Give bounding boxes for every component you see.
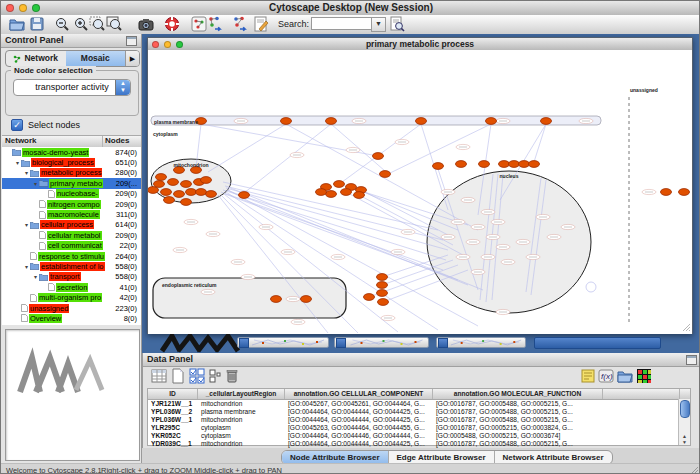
gene-node: [168, 179, 179, 186]
delete-attribute-icon[interactable]: [224, 368, 241, 385]
node-color-selection-group: Node color selection transporter activit…: [5, 70, 139, 116]
close-button[interactable]: [6, 4, 14, 12]
minimized-window[interactable]: [436, 337, 526, 348]
scrollbar-arrows[interactable]: ▲▼: [679, 433, 690, 445]
annotation-icon[interactable]: [253, 16, 270, 33]
status-pan-hint: Middle-click + drag to PAN: [194, 466, 282, 474]
select-nodes-label: Select nodes: [28, 120, 80, 130]
attribute-matrix-icon[interactable]: [636, 368, 653, 385]
table-row[interactable]: YLR295Ccytoplasm[GO:0045263, GO:0044464,…: [148, 424, 690, 432]
control-panel-title: Control Panel: [1, 34, 141, 47]
search-go-icon[interactable]: [389, 16, 406, 33]
table-row[interactable]: YPL036W__1mitochondrion[GO:0044464, GO:0…: [148, 416, 690, 424]
network-overview-icon[interactable]: [191, 16, 208, 33]
network-canvas[interactable]: plasma membranecytoplasmmitochondrionnuc…: [148, 50, 692, 334]
table-row[interactable]: YPL036W__2plasma membrane[GO:0044464, GO…: [148, 408, 690, 416]
tree-row[interactable]: ▾establishment of lo558(0): [2, 261, 141, 271]
tree-row[interactable]: macromolecule311(0): [2, 209, 141, 219]
tree-row[interactable]: ▾primary metabo209(...: [2, 178, 141, 188]
function-builder-icon[interactable]: f(x): [598, 368, 615, 385]
gene-node: [364, 294, 375, 301]
tab-network[interactable]: Network: [6, 51, 66, 66]
network-view-window[interactable]: primary metabolic process plasma membran…: [147, 37, 693, 334]
search-dropdown-arrow[interactable]: ▼: [371, 17, 386, 32]
help-icon[interactable]: [164, 16, 181, 33]
inner-zoom-button[interactable]: [176, 41, 183, 48]
node-color-dropdown[interactable]: transporter activity ▲▼: [13, 79, 131, 96]
network-tree-rows: mosaic-demo-yeast874(0)▾biological_proce…: [2, 147, 141, 325]
tree-row[interactable]: response to stimulu264(0): [2, 251, 141, 261]
tree-row[interactable]: secretion41(0): [2, 282, 141, 292]
gene-node: [509, 161, 520, 168]
gene-node: [479, 161, 490, 168]
region-label-plasma_membrane: plasma membrane: [154, 119, 198, 125]
scrollbar-thumb[interactable]: [680, 400, 690, 418]
zoom-in-icon[interactable]: [73, 16, 90, 33]
tree-row[interactable]: ▾transport558(0): [2, 272, 141, 282]
inner-minimize-button[interactable]: [164, 41, 171, 48]
gene-node: [486, 118, 497, 125]
gene-node: [301, 296, 312, 303]
gene-node: [529, 161, 540, 168]
tree-row[interactable]: cellular metabol209(0): [2, 230, 141, 240]
tree-row[interactable]: cell communicat22(0): [2, 241, 141, 251]
select-nodes-checkbox[interactable]: ✓: [11, 119, 23, 131]
edge: [226, 188, 448, 250]
inner-close-button[interactable]: [152, 41, 159, 48]
search-input[interactable]: [311, 17, 372, 30]
gene-node: [326, 118, 337, 125]
zoom-fit-icon[interactable]: [106, 16, 123, 33]
region-label-mitochondrion: mitochondrion: [174, 162, 209, 168]
window-icon: [239, 338, 249, 348]
tree-row[interactable]: nucleobase-209(0): [2, 189, 141, 199]
snapshot-icon[interactable]: [138, 16, 155, 33]
tree-row[interactable]: Overview8(0): [2, 313, 141, 323]
tree-row[interactable]: unassigned223(0): [2, 303, 141, 313]
tree-row[interactable]: nitrogen compo209(0): [2, 199, 141, 209]
open-icon[interactable]: [9, 16, 26, 33]
gene-node: [354, 192, 365, 199]
birds-eye-view[interactable]: [5, 329, 140, 461]
main-toolbar: Search: ▼: [1, 15, 700, 35]
save-icon[interactable]: [29, 16, 46, 33]
gene-node: [164, 197, 175, 204]
minimized-window[interactable]: [334, 337, 429, 348]
import-attributes-icon[interactable]: [617, 368, 634, 385]
more-tabs-arrow[interactable]: ▶: [125, 51, 139, 66]
zoom-button[interactable]: [32, 4, 40, 12]
apply-vizmapper-icon[interactable]: [233, 16, 250, 33]
window-resize-grip[interactable]: [682, 323, 691, 332]
table-row[interactable]: YDR039C__1mitochondrion[GO:0044464, GO:0…: [148, 440, 690, 448]
unselect-attributes-icon[interactable]: [207, 368, 224, 385]
gene-node: [380, 171, 391, 178]
tree-row[interactable]: ▾biological_process651(0): [2, 157, 141, 167]
gene-node: [316, 189, 327, 196]
gene-node: [433, 163, 444, 170]
notes-icon[interactable]: [580, 368, 597, 385]
minimized-window[interactable]: [237, 337, 329, 348]
tree-row[interactable]: multi-organism pro42(0): [2, 292, 141, 302]
tree-row[interactable]: ▾metabolic process280(0): [2, 168, 141, 178]
table-row[interactable]: YKR052Ccytoplasm[GO:0044464, GO:0044446,…: [148, 432, 690, 440]
select-attributes-icon[interactable]: [189, 368, 206, 385]
table-scrollbar[interactable]: ▲▼: [678, 399, 690, 445]
tree-row[interactable]: ▾cellular process614(0): [2, 220, 141, 230]
float-data-panel-icon[interactable]: [686, 355, 697, 365]
tree-row[interactable]: mosaic-demo-yeast874(0): [2, 147, 141, 157]
tab-mosaic[interactable]: Mosaic: [66, 51, 126, 66]
table-icon[interactable]: [151, 368, 168, 385]
apply-layout-icon[interactable]: [208, 16, 225, 33]
birds-eye-network-silhouette: [6, 330, 137, 458]
data-panel-toolbar: f(x): [143, 366, 700, 388]
new-document-icon[interactable]: [170, 368, 187, 385]
zoom-out-icon[interactable]: [54, 16, 71, 33]
minimize-button[interactable]: [19, 4, 27, 12]
float-panel-icon[interactable]: [126, 36, 137, 46]
gene-node: [499, 161, 510, 168]
app-resize-grip[interactable]: [690, 466, 699, 474]
gene-node: [174, 191, 185, 198]
zoom-selected-icon[interactable]: [89, 16, 106, 33]
attribute-table[interactable]: ID_cellularLayoutRegionannotation.GO CEL…: [147, 388, 691, 446]
table-row[interactable]: YJR121W__1mitochondrion[GO:0045267, GO:0…: [148, 400, 690, 408]
minimized-window-bar[interactable]: [534, 337, 661, 349]
